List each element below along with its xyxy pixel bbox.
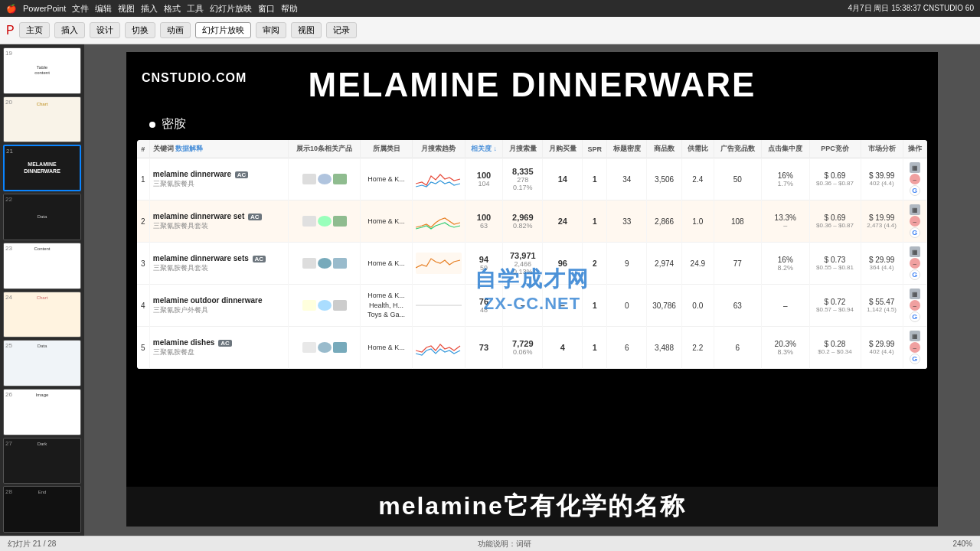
menu-view[interactable]: 视图 bbox=[118, 3, 135, 15]
cell-buy-vol: 14 bbox=[543, 158, 583, 201]
cell-products-preview bbox=[288, 158, 361, 201]
cell-search-vol: 2,969 0.82% bbox=[503, 201, 543, 243]
cell-action: ▦ – G bbox=[903, 158, 926, 201]
col-action: 操作 bbox=[903, 140, 926, 158]
slide-thumb-20[interactable]: 20 Chart bbox=[3, 96, 81, 143]
toolbar-transition[interactable]: 切换 bbox=[125, 22, 155, 38]
action-bar-icon[interactable]: ▦ bbox=[910, 162, 920, 173]
toolbar-slideshow[interactable]: 幻灯片放映 bbox=[195, 22, 251, 38]
cell-ppc: $ 0.73 $0.55 – $0.81 bbox=[809, 243, 861, 285]
action-minus-icon[interactable]: – bbox=[910, 342, 920, 353]
action-google-icon[interactable]: G bbox=[910, 354, 920, 364]
status-zoom: 240% bbox=[952, 540, 972, 548]
col-supply-demand: 供需比 bbox=[682, 140, 714, 158]
cell-click-conc: – bbox=[762, 285, 809, 327]
action-google-icon[interactable]: G bbox=[910, 311, 920, 322]
cell-click-conc: 16% 1.7% bbox=[762, 158, 809, 201]
toolbar-home[interactable]: 主页 bbox=[19, 22, 50, 38]
menu-help[interactable]: 帮助 bbox=[281, 3, 298, 15]
slide-canvas: CNSTUDIO.COM MELAMINE DINNERWARE 密胺 # 关键… bbox=[84, 44, 980, 536]
cell-action: ▦ – G bbox=[903, 285, 926, 327]
slide-thumb-22[interactable]: 22 Data bbox=[3, 194, 81, 240]
cell-relevance: 100 63 bbox=[465, 201, 503, 243]
action-minus-icon[interactable]: – bbox=[910, 300, 920, 311]
cell-spr: 2 bbox=[583, 243, 607, 285]
cell-ads: 77 bbox=[714, 243, 761, 285]
app-name: PowerPoint bbox=[23, 4, 66, 13]
cell-buy-vol: – bbox=[543, 285, 583, 327]
cell-products: 30,786 bbox=[647, 285, 682, 327]
action-google-icon[interactable]: G bbox=[910, 185, 920, 196]
slide-content: CNSTUDIO.COM MELAMINE DINNERWARE 密胺 # 关键… bbox=[126, 52, 938, 527]
menu-window[interactable]: 窗口 bbox=[258, 3, 275, 15]
action-bar-icon[interactable]: ▦ bbox=[910, 246, 920, 257]
slide-thumb-25[interactable]: 25 Data bbox=[3, 340, 81, 386]
cell-search-vol: 8,335 278 0.17% bbox=[503, 158, 543, 201]
time-display: 4月7日 周日 15:38:37 CNSTUDIO 60 bbox=[848, 3, 974, 14]
menu-format[interactable]: 格式 bbox=[164, 3, 181, 15]
action-minus-icon[interactable]: – bbox=[910, 258, 920, 269]
cell-buy-vol: 24 bbox=[543, 201, 583, 243]
cell-supply: 2.4 bbox=[682, 158, 714, 201]
cell-title-density: 34 bbox=[607, 158, 647, 201]
slide-thumb-26[interactable]: 26 Image bbox=[3, 389, 81, 435]
mac-statusbar: 4月7日 周日 15:38:37 CNSTUDIO 60 bbox=[848, 3, 974, 14]
toolbar-animation[interactable]: 动画 bbox=[160, 22, 191, 38]
cell-supply: 1.0 bbox=[682, 201, 714, 243]
toolbar-design[interactable]: 设计 bbox=[90, 22, 120, 38]
cell-category: Home & K... bbox=[361, 158, 412, 201]
cell-products-preview bbox=[288, 285, 361, 327]
cell-market: $ 55.47 1,142 (4.5) bbox=[861, 285, 903, 327]
col-ads: 广告竞品数 bbox=[714, 140, 761, 158]
action-minus-icon[interactable]: – bbox=[910, 174, 920, 184]
cell-ppc: $ 0.69 $0.36 – $0.87 bbox=[809, 158, 861, 201]
action-google-icon[interactable]: G bbox=[910, 269, 920, 280]
slide-thumb-27[interactable]: 27 Dark bbox=[3, 438, 81, 484]
ppt-icon: P bbox=[6, 24, 15, 37]
menu-insert[interactable]: 插入 bbox=[141, 3, 158, 15]
menu-slideshow[interactable]: 幻灯片放映 bbox=[210, 3, 252, 15]
cell-search-vol: – bbox=[503, 285, 543, 327]
cell-products-preview bbox=[288, 201, 361, 243]
toolbar-view[interactable]: 视图 bbox=[291, 22, 322, 38]
status-slide-num: 幻灯片 21 / 28 bbox=[8, 539, 56, 549]
brand-label: CNSTUDIO.COM bbox=[142, 71, 247, 85]
action-minus-icon[interactable]: – bbox=[910, 216, 920, 227]
data-table-wrapper: # 关键词 数据解释 展示10条相关产品 所属类目 月搜索趋势 相关度 ↓ 月搜… bbox=[137, 140, 927, 369]
toolbar-insert[interactable]: 插入 bbox=[54, 22, 85, 38]
slide-thumb-21[interactable]: 21 MELAMINEDINNERWARE bbox=[3, 145, 81, 191]
menu-tools[interactable]: 工具 bbox=[187, 3, 204, 15]
table-row: 1 melamine dinnerware AC 三聚氰胺餐具 bbox=[137, 158, 927, 201]
cell-products: 2,974 bbox=[647, 243, 682, 285]
cell-num: 3 bbox=[137, 243, 149, 285]
action-bar-icon[interactable]: ▦ bbox=[910, 331, 920, 341]
col-category: 所属类目 bbox=[361, 140, 412, 158]
cell-action: ▦ – G bbox=[903, 201, 926, 243]
svg-rect-0 bbox=[416, 253, 462, 274]
cell-ppc: $ 0.72 $0.57 – $0.94 bbox=[809, 285, 861, 327]
cell-ads: 6 bbox=[714, 327, 761, 369]
cell-keyword: melamine dishes AC 三聚氰胺餐盘 bbox=[149, 327, 288, 369]
slide-thumb-24[interactable]: 24 Chart bbox=[3, 292, 81, 338]
slide-thumb-19[interactable]: 19 Tablecontent bbox=[3, 47, 81, 94]
col-click-conc: 点击集中度 bbox=[762, 140, 809, 158]
cell-products-preview bbox=[288, 327, 361, 369]
cell-title-density: 33 bbox=[607, 201, 647, 243]
slide-thumb-23[interactable]: 23 Content bbox=[3, 243, 81, 289]
apple-icon[interactable]: 🍎 bbox=[6, 4, 17, 14]
toolbar-review[interactable]: 审阅 bbox=[256, 22, 286, 38]
cell-products: 3,506 bbox=[647, 158, 682, 201]
col-relevance[interactable]: 相关度 ↓ bbox=[465, 140, 503, 158]
action-bar-icon[interactable]: ▦ bbox=[910, 289, 920, 299]
cell-keyword: melamine dinnerware set AC 三聚氰胺餐具套装 bbox=[149, 201, 288, 243]
cell-spr: 1 bbox=[583, 158, 607, 201]
toolbar-record[interactable]: 记录 bbox=[326, 22, 357, 38]
slide-thumb-28[interactable]: 28 End bbox=[3, 486, 81, 533]
cell-trend bbox=[412, 285, 465, 327]
menu-file[interactable]: 文件 bbox=[72, 3, 89, 15]
col-market: 市场分析 bbox=[861, 140, 903, 158]
action-google-icon[interactable]: G bbox=[910, 227, 920, 238]
col-buy-vol: 月购买量 bbox=[543, 140, 583, 158]
menu-edit[interactable]: 编辑 bbox=[95, 3, 112, 15]
action-bar-icon[interactable]: ▦ bbox=[910, 204, 920, 215]
